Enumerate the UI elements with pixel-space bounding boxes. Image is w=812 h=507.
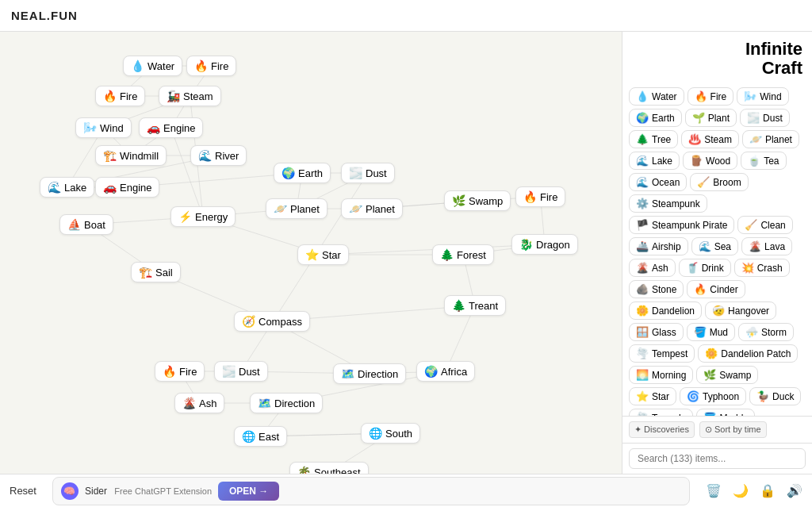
- canvas-node[interactable]: 🔥Fire: [95, 86, 145, 106]
- sidebar-item[interactable]: 🦆Duck: [749, 387, 801, 405]
- canvas-node[interactable]: 🪐Planet: [266, 198, 327, 219]
- sound-icon[interactable]: 🔊: [787, 483, 802, 498]
- sidebar-item[interactable]: 🌼Dandelion Patch: [698, 344, 798, 363]
- canvas-node[interactable]: 🌬️Wind: [75, 117, 132, 138]
- search-input[interactable]: [629, 448, 806, 469]
- sidebar-item[interactable]: 🌱Plant: [685, 109, 737, 127]
- node-icon: 🌲: [440, 248, 454, 261]
- sidebar-item[interactable]: 🍵Tea: [741, 152, 786, 170]
- sidebar-row: 🌼Dandelion🤕Hangover: [629, 302, 806, 320]
- node-label: Southeast: [314, 467, 361, 474]
- item-icon: 🔥: [695, 90, 707, 102]
- canvas-node[interactable]: 💧Water: [123, 56, 182, 76]
- sidebar-item[interactable]: ♨️Steam: [681, 130, 739, 148]
- sidebar-item[interactable]: ⭐Star: [629, 387, 676, 405]
- sidebar-item[interactable]: 🌅Morning: [629, 366, 693, 384]
- item-label: Star: [652, 391, 669, 402]
- canvas-node[interactable]: 🚗Engine: [139, 117, 203, 138]
- open-button[interactable]: OPEN →: [218, 482, 279, 501]
- sidebar-item[interactable]: 🪟Glass: [629, 323, 684, 341]
- sidebar-item[interactable]: 🧹Broom: [690, 173, 748, 191]
- moon-icon[interactable]: 🌙: [733, 483, 749, 498]
- sidebar-item[interactable]: 🌿Swamp: [696, 366, 758, 384]
- sidebar-item[interactable]: 🪐Planet: [742, 130, 799, 148]
- sidebar-item[interactable]: 🌫️Dust: [740, 109, 790, 127]
- canvas-node[interactable]: 🗺️Direction: [333, 363, 406, 384]
- canvas-node[interactable]: 🔥Fire: [155, 361, 205, 382]
- item-icon: 🤕: [712, 305, 725, 317]
- sidebar-item[interactable]: 🤕Hangover: [705, 302, 776, 320]
- canvas-node[interactable]: ⛵Boat: [59, 214, 113, 235]
- canvas-node[interactable]: 🌊River: [190, 145, 247, 166]
- sidebar-item[interactable]: 🌀Typhoon: [680, 387, 746, 405]
- sidebar-item[interactable]: 🪵Wood: [683, 152, 737, 170]
- node-label: Dragon: [536, 239, 570, 251]
- sidebar-item[interactable]: 🌋Ash: [629, 259, 676, 277]
- canvas-node[interactable]: 🌐East: [234, 426, 287, 447]
- canvas-node[interactable]: 🔥Fire: [515, 186, 565, 207]
- item-icon: 🌊: [636, 155, 649, 167]
- sidebar-footer: ✦ Discoveries ⊙ Sort by time: [622, 416, 812, 443]
- node-label: Planet: [290, 203, 320, 215]
- canvas-node[interactable]: 🔥Fire: [186, 56, 236, 76]
- lock-icon[interactable]: 🔒: [760, 483, 776, 498]
- sort-btn[interactable]: ⊙ Sort by time: [699, 421, 767, 438]
- canvas-node[interactable]: 🧭Compass: [234, 311, 310, 332]
- sidebar-item[interactable]: 🔥Cinder: [687, 280, 745, 298]
- canvas-node[interactable]: 🌫️Dust: [214, 361, 268, 382]
- sidebar-item[interactable]: 🌊Sea: [691, 237, 738, 255]
- sidebar-item[interactable]: 🌪️Tornado: [629, 409, 693, 416]
- sidebar-item[interactable]: 🏴Steampunk Pirate: [629, 216, 734, 234]
- canvas-node[interactable]: 🏗️Sail: [131, 262, 181, 282]
- canvas-node[interactable]: ⚡Energy: [170, 206, 236, 227]
- sidebar-item[interactable]: 🌊Lake: [629, 152, 680, 170]
- sidebar-item[interactable]: 🌲Tree: [629, 130, 678, 148]
- sidebar-item[interactable]: 🚢Airship: [629, 237, 688, 255]
- sidebar-item[interactable]: 🔥Fire: [688, 87, 734, 106]
- sidebar-item[interactable]: 🧹Clean: [737, 216, 792, 234]
- canvas-node[interactable]: 🚗Engine: [95, 177, 159, 198]
- canvas-node[interactable]: 🌍Africa: [416, 361, 475, 382]
- canvas-node[interactable]: ⭐Star: [297, 244, 349, 265]
- sidebar-item[interactable]: 🌋Lava: [741, 237, 792, 255]
- node-label: Fire: [211, 60, 228, 72]
- sidebar-item[interactable]: 🪣Muddy: [696, 409, 755, 416]
- canvas-node[interactable]: 🌍Earth: [274, 163, 331, 183]
- ad-banner: 🧠 Sider Free ChatGPT Extension OPEN →: [52, 477, 690, 505]
- canvas-node[interactable]: 🌐South: [361, 423, 420, 444]
- canvas-node[interactable]: 🐉Dragon: [511, 234, 578, 255]
- canvas-node[interactable]: 🗺️Direction: [250, 393, 323, 413]
- sidebar-item[interactable]: 🌪️Tempest: [629, 344, 695, 363]
- sidebar-item[interactable]: 🪨Stone: [629, 280, 684, 298]
- node-icon: 🌬️: [83, 121, 97, 134]
- sidebar-item[interactable]: ⚙️Steampunk: [629, 194, 707, 213]
- canvas-node[interactable]: 🏗️Windmill: [95, 145, 167, 166]
- sidebar-item[interactable]: 💧Water: [629, 87, 684, 106]
- sidebar-item[interactable]: 🌼Dandelion: [629, 302, 702, 320]
- canvas-node[interactable]: 🚂Steam: [159, 86, 221, 106]
- item-icon: 🌋: [636, 262, 649, 274]
- canvas-node[interactable]: 🌋Ash: [174, 393, 224, 413]
- sidebar-item[interactable]: 🌊Ocean: [629, 173, 687, 191]
- canvas-node[interactable]: 🌴Southeast: [289, 462, 369, 474]
- sidebar-row: ⚙️Steampunk: [629, 194, 806, 213]
- sidebar-item[interactable]: 🥤Drink: [679, 259, 731, 277]
- sidebar-item[interactable]: 🌍Earth: [629, 109, 682, 127]
- sidebar-item[interactable]: 🪣Mud: [687, 323, 735, 341]
- sidebar-item[interactable]: 💥Crash: [734, 259, 790, 277]
- canvas-node[interactable]: 🌊Lake: [40, 177, 94, 198]
- item-label: Steampunk Pirate: [652, 220, 727, 231]
- reset-button[interactable]: Reset: [10, 485, 36, 497]
- delete-icon[interactable]: 🗑️: [706, 483, 722, 498]
- canvas-node[interactable]: 🪐Planet: [341, 198, 403, 219]
- canvas-node[interactable]: 🌿Swamp: [444, 190, 511, 211]
- item-label: Plant: [708, 113, 730, 124]
- discoveries-btn[interactable]: ✦ Discoveries: [629, 421, 695, 438]
- item-label: Swamp: [719, 370, 751, 381]
- sidebar-item[interactable]: 🌬️Wind: [737, 87, 788, 106]
- sidebar-items[interactable]: 💧Water🔥Fire🌬️Wind🌍Earth🌱Plant🌫️Dust🌲Tree…: [622, 84, 812, 416]
- canvas-node[interactable]: 🌲Treant: [444, 295, 506, 316]
- canvas-node[interactable]: 🌫️Dust: [341, 163, 395, 183]
- canvas-node[interactable]: 🌲Forest: [432, 244, 494, 265]
- sidebar-item[interactable]: ⛈️Storm: [738, 323, 794, 341]
